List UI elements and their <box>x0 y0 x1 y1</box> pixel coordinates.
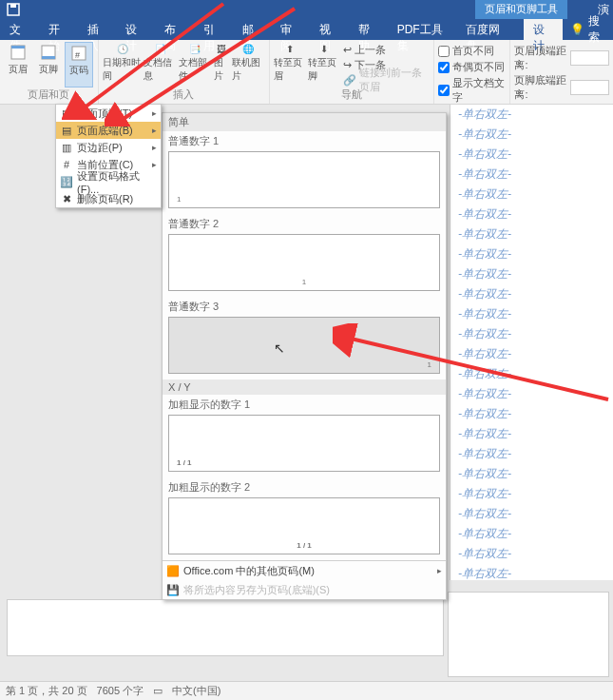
nav-heading-item[interactable]: -单右双左- <box>450 344 613 364</box>
page-number-icon: # <box>70 45 87 62</box>
header-button[interactable]: 页眉 <box>4 42 32 88</box>
nav-heading-item[interactable]: -单右双左- <box>450 424 613 444</box>
nav-heading-item[interactable]: -单右双左- <box>450 264 613 284</box>
current-icon: # <box>60 158 73 171</box>
nav-heading-item[interactable]: -单右双左- <box>450 544 613 564</box>
tab-mail[interactable]: 邮件 <box>233 19 272 40</box>
show-doc-text-checkbox[interactable]: 显示文档文字 <box>438 76 507 105</box>
gallery-item-plain1-label: 普通数字 1 <box>163 131 446 149</box>
gallery-item-bold2[interactable]: 1 / 1 <box>168 497 440 554</box>
tab-review[interactable]: 审阅 <box>271 19 310 40</box>
header-icon <box>10 44 27 61</box>
preview-num: 1 <box>428 360 431 369</box>
first-page-diff-checkbox[interactable]: 首页不同 <box>438 44 507 58</box>
nav-heading-item[interactable]: -单右双左- <box>450 145 613 165</box>
gallery-office-label: Office.com 中的其他页码(M) <box>183 564 315 578</box>
tab-insert[interactable]: 插入 <box>78 19 117 40</box>
menu-format-page-numbers[interactable]: 🔢 设置页码格式(F)... <box>56 173 161 190</box>
nav-heading-item[interactable]: -单右双左- <box>450 404 613 424</box>
nav-heading-item[interactable]: -单右双左- <box>450 384 613 404</box>
prev-button[interactable]: ↩上一条 <box>341 42 429 57</box>
nav-heading-item[interactable]: -单右双左- <box>450 364 613 384</box>
nav-heading-item[interactable]: -单右双左- <box>450 564 613 580</box>
svg-rect-5 <box>42 56 55 59</box>
first-page-diff-label: 首页不同 <box>452 44 494 58</box>
gallery-item-plain3[interactable]: 1 ↖ <box>168 317 440 374</box>
nav-heading-item[interactable]: -单右双左- <box>450 244 613 264</box>
menu-page-margins[interactable]: ▥ 页边距(P) ▸ <box>56 139 161 156</box>
nav-heading-item[interactable]: -单右双左- <box>450 224 613 244</box>
tab-pdf[interactable]: PDF工具集 <box>388 19 456 40</box>
online-picture-button[interactable]: 🌐 联机图片 <box>232 42 265 88</box>
nav-heading-item[interactable]: -单右双左- <box>450 284 613 304</box>
nav-heading-item[interactable]: -单右双左- <box>450 504 613 524</box>
status-words[interactable]: 7605 个字 <box>97 684 144 698</box>
chevron-right-icon: ▸ <box>152 108 157 118</box>
tab-help[interactable]: 帮助 <box>349 19 388 40</box>
goto-footer-button[interactable]: ⬇ 转至页脚 <box>308 42 340 88</box>
nav-heading-item[interactable]: -单右双左- <box>450 464 613 484</box>
header-top-distance[interactable]: 页眉顶端距离: <box>514 44 609 72</box>
goto-footer-icon: ⬇ <box>320 44 328 54</box>
gallery-item-plain2[interactable]: 1 <box>168 234 440 291</box>
office-icon: 🟧 <box>166 564 180 577</box>
doc-info-button[interactable]: 📄 文档信息 <box>144 42 177 88</box>
save-selection-icon: 💾 <box>166 583 180 596</box>
date-time-label: 日期和时间 <box>103 56 143 83</box>
footer-bottom-spin[interactable] <box>570 80 609 95</box>
footer-button[interactable]: 页脚 <box>34 42 63 88</box>
tab-hf-design[interactable]: 设计 <box>524 19 563 40</box>
tab-view[interactable]: 视图 <box>310 19 349 40</box>
gallery-item-plain2-label: 普通数字 2 <box>163 214 446 232</box>
gallery-category-simple: 简单 <box>163 113 446 131</box>
page-thumbnail <box>448 592 609 677</box>
picture-icon: 🖼 <box>217 44 226 54</box>
page-number-button[interactable]: # 页码 <box>65 42 93 88</box>
footer-icon <box>40 44 57 61</box>
picture-button[interactable]: 🖼 图片 <box>214 42 230 88</box>
menu-top-of-page[interactable]: ▤ 页面顶端(T) ▸ <box>56 105 161 122</box>
nav-heading-item[interactable]: -单右双左- <box>450 185 613 204</box>
document-page <box>7 599 444 656</box>
nav-heading-item[interactable]: -单右双左- <box>450 125 613 145</box>
menu-remove-page-numbers[interactable]: ✖ 删除页码(R) <box>56 190 161 207</box>
status-lang-icon: ▭ <box>153 685 163 697</box>
tab-home[interactable]: 开始 <box>39 19 78 40</box>
prev-icon: ↩ <box>343 44 352 56</box>
footer-bottom-distance[interactable]: 页脚底端距离: <box>514 73 609 102</box>
gallery-office-more[interactable]: 🟧 Office.com 中的其他页码(M) ▸ <box>163 561 446 580</box>
chevron-right-icon: ▸ <box>152 160 157 169</box>
nav-heading-item[interactable]: -单右双左- <box>450 444 613 464</box>
doc-parts-icon: 📑 <box>189 44 201 54</box>
header-top-spin[interactable] <box>570 50 609 66</box>
nav-heading-item[interactable]: -单右双左- <box>450 165 613 185</box>
nav-heading-item[interactable]: -单右双左- <box>450 105 613 125</box>
header-label: 页眉 <box>9 63 28 76</box>
tab-baidu[interactable]: 百度网盘 <box>456 19 515 40</box>
tab-layout[interactable]: 布局 <box>155 19 194 40</box>
show-doc-text-label: 显示文档文字 <box>452 76 507 105</box>
group-header-footer: 页眉 页脚 # 页码 页眉和页 <box>0 40 99 104</box>
odd-even-diff-checkbox[interactable]: 奇偶页不同 <box>438 60 507 74</box>
tab-design[interactable]: 设计 <box>116 19 155 40</box>
tab-file[interactable]: 文件 <box>0 19 39 40</box>
tab-strip: 文件 开始 插入 设计 布局 引用 邮件 审阅 视图 帮助 PDF工具集 百度网… <box>0 19 613 40</box>
status-lang[interactable]: 中文(中国) <box>172 684 220 698</box>
goto-header-button[interactable]: ⬆ 转至页眉 <box>274 42 306 88</box>
doc-parts-button[interactable]: 📑 文档部件 <box>179 42 212 88</box>
menu-bottom-of-page[interactable]: ▤ 页面底端(B) ▸ <box>56 122 161 139</box>
nav-heading-item[interactable]: -单右双左- <box>450 304 613 324</box>
search-tab[interactable]: 💡 搜索 <box>563 19 613 40</box>
nav-heading-item[interactable]: -单右双左- <box>450 484 613 504</box>
nav-heading-item[interactable]: -单右双左- <box>450 204 613 224</box>
gallery-save-selection: 💾 将所选内容另存为页码(底端)(S) <box>163 580 446 599</box>
nav-heading-item[interactable]: -单右双左- <box>450 524 613 544</box>
link-prev-button[interactable]: 🔗链接到前一条页眉 <box>341 72 429 88</box>
nav-heading-item[interactable]: -单右双左- <box>450 324 613 344</box>
date-time-button[interactable]: 🕓 日期和时间 <box>103 42 143 88</box>
tab-references[interactable]: 引用 <box>194 19 233 40</box>
gallery-item-plain1[interactable]: 1 <box>168 151 440 208</box>
save-button[interactable] <box>4 1 23 18</box>
gallery-item-bold1[interactable]: 1 / 1 <box>168 415 440 472</box>
status-page[interactable]: 第 1 页，共 20 页 <box>6 684 87 698</box>
